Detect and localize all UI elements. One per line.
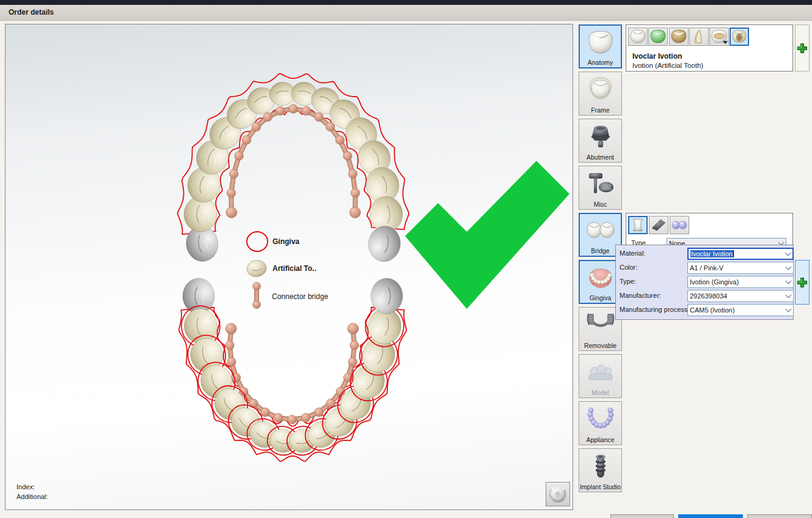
legend-connector-bridge-icon	[253, 283, 261, 309]
window-top-strip	[0, 0, 812, 5]
material-selection-popup: Material: Ivoclar Ivotion Color: A1 / Pi…	[615, 245, 794, 320]
manufacturing-process-select[interactable]: CAM5 (Ivotion)	[687, 304, 794, 316]
sidebar-item-implant-studio[interactable]: Implant Studio	[579, 448, 622, 492]
page-title: Order details	[9, 8, 54, 17]
cutoff-button-right[interactable]	[747, 514, 812, 518]
popup-row-type: Type: Ivotion (Gingiva)	[618, 276, 791, 288]
sidebar-item-label: Bridge	[591, 247, 609, 255]
type-value: Ivotion (Gingiva)	[688, 277, 784, 287]
manufacturing-process-value: CAM5 (Ivotion)	[688, 305, 784, 315]
add-anatomy-button[interactable]	[795, 24, 810, 72]
manufacturer-value: 2926398034	[688, 291, 784, 301]
checkmark-icon	[405, 161, 569, 309]
legend-connector-bridge-label: Connector bridge	[272, 292, 328, 301]
sidebar-item-model: Model	[579, 354, 622, 398]
plus-icon	[796, 276, 808, 289]
3d-viewport[interactable]: Gingiva Artificial To.. Connector bridge…	[5, 24, 573, 510]
popup-row-material: Material: Ivoclar Ivotion	[618, 248, 791, 260]
misc-parts-icon	[579, 166, 621, 201]
chevron-down-icon	[784, 309, 793, 311]
material-value: Ivoclar Ivotion	[689, 249, 783, 259]
sidebar-item-label: Misc	[594, 201, 607, 209]
manufacturer-label: Manufacturer:	[620, 292, 661, 299]
legend-gingiva-label: Gingiva	[272, 237, 299, 246]
legend-artificial-tooth-icon	[246, 259, 268, 278]
reduced-crown-icon[interactable]	[648, 28, 668, 46]
sidebar-item-frame[interactable]: Frame	[579, 72, 622, 116]
model-jaw-icon	[579, 355, 621, 389]
tooth-adjacent[interactable]	[371, 278, 403, 314]
color-label: Color:	[620, 264, 637, 271]
artificial-tooth-icon[interactable]	[730, 28, 749, 46]
legend-gingiva-icon	[247, 232, 268, 251]
sidebar-item-label: Model	[591, 389, 609, 397]
material-type: Ivotion (Artificial Tooth)	[632, 62, 703, 69]
sidebar-item-label: Gingiva	[590, 294, 612, 302]
full-crown-icon[interactable]	[628, 28, 648, 46]
sidebar-item-label: Abutment	[587, 154, 614, 161]
cutoff-button-left[interactable]	[610, 514, 674, 518]
sidebar-item-anatomy[interactable]: Anatomy	[579, 24, 622, 68]
legend-artificial-tooth-label: Artificial To..	[272, 264, 316, 273]
abutment-icon	[579, 119, 621, 154]
inlay-icon[interactable]	[709, 28, 729, 46]
attachment-icon[interactable]	[670, 216, 689, 234]
anatomy-material-panel: Ivoclar Ivotion Ivotion (Artificial Toot…	[626, 24, 793, 72]
type-select[interactable]: Ivotion (Gingiva)	[687, 276, 794, 288]
popup-row-manufacturing-process: Manufacturing process: CAM5 (Ivotion)	[618, 304, 791, 316]
sidebar-item-label: Frame	[591, 106, 609, 114]
manufacturer-select[interactable]: 2926398034	[687, 290, 794, 302]
plus-icon	[796, 42, 808, 54]
material-label: Material:	[620, 250, 645, 257]
disc-icon	[548, 484, 568, 504]
additional-label: Additional:	[16, 493, 48, 500]
connector-icon[interactable]	[628, 216, 648, 234]
veneer-icon[interactable]	[689, 28, 709, 46]
material-select[interactable]: Ivoclar Ivotion	[687, 248, 794, 260]
popup-row-manufacturer: Manufacturer: 2926398034	[618, 290, 791, 302]
material-name: Ivoclar Ivotion	[632, 52, 682, 61]
anatomy-crown-icon	[580, 26, 621, 59]
coping-icon[interactable]	[669, 28, 689, 46]
manufacturing-process-label: Manufacturing process:	[620, 306, 689, 313]
cutoff-button-center[interactable]	[678, 514, 743, 518]
frame-crown-icon	[579, 72, 621, 106]
lower-arch	[179, 278, 406, 457]
gingiva-denture-icon	[580, 261, 621, 294]
sidebar-item-abutment[interactable]: Abutment	[579, 119, 622, 163]
chevron-down-icon	[784, 295, 793, 297]
color-select[interactable]: A1 / Pink-V	[687, 262, 794, 274]
sidebar-item-label: Removable	[584, 342, 616, 350]
implant-screw-icon	[579, 449, 621, 483]
sidebar-item-misc[interactable]: Misc	[579, 166, 622, 210]
sidebar-item-label: Implant Studio	[580, 483, 621, 491]
order-details-window: Order details Gingiva Artificial To..	[0, 0, 812, 518]
sidebar-item-label: Anatomy	[588, 59, 613, 67]
cad-data-button[interactable]	[546, 482, 570, 506]
bridge-teeth-icon	[580, 214, 621, 247]
sidebar-item-label: Appliance	[586, 436, 614, 444]
tooth-adjacent[interactable]	[366, 224, 403, 264]
type-label: Type:	[620, 278, 636, 285]
add-bridge-button[interactable]	[795, 260, 810, 305]
chevron-down-icon	[784, 281, 793, 283]
chevron-down-icon	[784, 267, 793, 269]
color-value: A1 / Pink-V	[688, 263, 784, 273]
index-label: Index:	[16, 483, 35, 490]
appliance-arch-icon	[579, 402, 621, 436]
sidebar-item-appliance[interactable]: Appliance	[579, 401, 622, 445]
bar-icon[interactable]	[649, 216, 668, 234]
popup-row-color: Color: A1 / Pink-V	[618, 262, 791, 274]
titlebar: Order details	[0, 5, 812, 21]
chevron-down-icon	[783, 253, 792, 255]
